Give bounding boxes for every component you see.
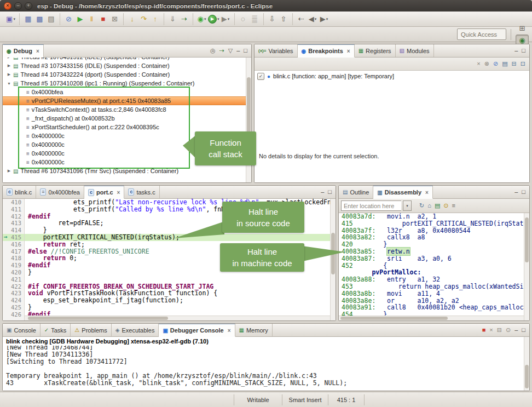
maximize-icon[interactable]: □ xyxy=(328,189,332,195)
close-tab-icon[interactable]: × xyxy=(347,48,350,54)
editor-horizontal-scrollbar[interactable] xyxy=(25,316,330,320)
twisty-icon[interactable]: ▶ xyxy=(6,169,12,173)
terminate-console-icon[interactable]: ■ xyxy=(482,327,486,333)
line-number[interactable]: 413 xyxy=(3,220,24,227)
suspend-button[interactable]: ‖ xyxy=(86,14,97,25)
dropdown-arrow-icon[interactable]: ▾ xyxy=(315,17,317,21)
minimize-icon[interactable]: – xyxy=(321,189,324,195)
twisty-icon[interactable]: ▶ xyxy=(6,64,12,68)
step-return-button[interactable]: ↑ xyxy=(150,14,160,25)
close-tab-icon[interactable]: × xyxy=(36,48,39,54)
minimize-icon[interactable]: – xyxy=(236,48,240,54)
maximize-icon[interactable]: □ xyxy=(522,327,525,333)
stack-frame-row[interactable]: ≡vTaskSwitchContext() at tasks.c:2,846 0… xyxy=(3,105,251,114)
editor-tab-0x4000bfea[interactable]: ≡0x4000bfea xyxy=(36,186,84,198)
mark-occurrences-button[interactable]: ▒ xyxy=(250,14,260,25)
console-tab-tasks[interactable]: ✓Tasks xyxy=(41,324,71,336)
skip-all-breakpoints-button[interactable]: ⊘ xyxy=(63,14,74,25)
line-number[interactable]: 420 xyxy=(3,269,24,276)
dropdown-arrow-icon[interactable]: ▾ xyxy=(13,17,15,21)
quick-access-input[interactable]: Quick Access xyxy=(457,28,506,40)
line-number[interactable]: 416 xyxy=(3,241,24,248)
line-number[interactable]: 425 xyxy=(3,304,24,311)
console-vertical-scrollbar[interactable] xyxy=(524,337,529,391)
thread-row[interactable]: ▶▤Thread #3 1073433156 (IDLE) (Suspended… xyxy=(3,61,251,70)
breakpoint-checkbox[interactable]: ✓ xyxy=(257,73,264,80)
console-tab-console[interactable]: ▣Console xyxy=(3,324,41,336)
next-annotation-button[interactable]: ⇩ xyxy=(267,14,277,25)
view-tab-registers[interactable]: ▦Registers xyxy=(355,44,396,57)
scrollbar-thumb[interactable] xyxy=(525,365,529,388)
previous-annotation-button[interactable]: ⇧ xyxy=(279,14,289,25)
last-edit-location-button[interactable]: ⇠ xyxy=(296,14,307,25)
view-tab-outline[interactable]: ▤Outline xyxy=(339,186,373,198)
line-number[interactable]: 417 xyxy=(3,248,24,255)
dropdown-arrow-icon[interactable]: ▾ xyxy=(204,17,206,21)
disconnect-button[interactable]: ⊠ xyxy=(109,14,120,25)
line-number[interactable]: 426 xyxy=(3,311,24,318)
debug-button[interactable]: ◉▾ xyxy=(196,14,207,25)
editor-vertical-scrollbar[interactable] xyxy=(330,199,336,320)
close-tab-icon[interactable]: × xyxy=(228,328,231,334)
disassembly-horizontal-scrollbar[interactable] xyxy=(339,316,524,320)
terminate-button[interactable]: ■ xyxy=(98,14,108,25)
step-into-button[interactable]: ↓ xyxy=(127,14,137,25)
thread-row[interactable]: ▼▤Thread #5 1073410208 (ipc1 : Running) … xyxy=(3,79,251,88)
view-tab-modules[interactable]: ▧Modules xyxy=(396,44,434,57)
search-button[interactable]: ◌ xyxy=(238,14,248,25)
link-with-debug-view-icon[interactable]: ⊡ xyxy=(521,61,525,67)
stack-frame-row[interactable]: ≡xPortStartScheduler() at port.c:222 0x4… xyxy=(3,123,251,131)
scroll-lock-icon[interactable]: ⊙ xyxy=(506,327,511,333)
resume-button[interactable]: ▶ xyxy=(75,14,85,25)
line-number[interactable]: →415 xyxy=(3,234,24,241)
minimize-icon[interactable]: – xyxy=(514,48,518,54)
line-number[interactable]: 422 xyxy=(3,283,24,290)
code-line[interactable]: } xyxy=(28,304,336,311)
debug-tab-debug[interactable]: ◉Debug× xyxy=(3,44,44,58)
line-number[interactable]: 410 xyxy=(3,199,24,206)
editor-line-number-gutter[interactable]: 410411412413414→415416417418419420421422… xyxy=(3,199,25,320)
open-perspective-button[interactable]: ⊞ xyxy=(516,22,529,35)
show-source-icon[interactable]: ▤ xyxy=(435,203,440,209)
dropdown-arrow-icon[interactable]: ▾ xyxy=(326,17,328,21)
dropdown-arrow-icon[interactable]: ▾ xyxy=(217,17,219,21)
console-tab-executables[interactable]: ◈Executables xyxy=(112,324,159,336)
editor-tab-port-c[interactable]: cport.c× xyxy=(84,186,124,199)
show-breakpoints-for-selection-icon[interactable]: ⊘ xyxy=(493,61,498,67)
drop-to-frame-button[interactable]: ⇓ xyxy=(167,14,178,25)
view-tab-disassembly[interactable]: ▥Disassembly× xyxy=(373,186,433,199)
run-button[interactable]: ▶▾ xyxy=(208,14,219,25)
line-number[interactable]: 424 xyxy=(3,297,24,304)
window-maximize-button[interactable]: + xyxy=(25,2,32,10)
console-tab-problems[interactable]: ⚠Problems xyxy=(71,324,111,336)
refresh-icon[interactable]: ↻ xyxy=(419,203,424,209)
line-number[interactable]: 419 xyxy=(3,262,24,269)
thread-row[interactable]: ▶▤Thread #4 1073432224 (dport) (Suspende… xyxy=(3,70,251,79)
console-output[interactable]: [New Thread 1073468744][New Thread 10734… xyxy=(3,346,529,391)
editor-tab-blink-c[interactable]: cblink.c xyxy=(3,186,36,198)
maximize-icon[interactable]: □ xyxy=(522,189,525,195)
console-tab-memory[interactable]: ▦Memory xyxy=(235,324,273,336)
line-number[interactable]: 411 xyxy=(3,206,24,213)
twisty-icon[interactable]: ▶ xyxy=(6,72,12,77)
view-tab-variables[interactable]: (x)=Variables xyxy=(255,44,298,57)
remove-launch-icon[interactable]: × xyxy=(489,327,493,333)
twisty-icon[interactable]: ▼ xyxy=(6,82,12,85)
dropdown-arrow-icon[interactable]: ▾ xyxy=(228,17,230,21)
back-button[interactable]: ◀▾ xyxy=(308,14,318,25)
step-over-button[interactable]: ↷ xyxy=(138,14,149,25)
stack-frame-row[interactable]: ≡0x4000bfea xyxy=(3,88,251,96)
new-button[interactable]: ▣▾ xyxy=(5,14,16,25)
save-all-button[interactable]: ▩ xyxy=(34,14,45,25)
disassembly-listing[interactable]: 40083a7d: movi.n a2, 1415 portEXIT_CRITI… xyxy=(339,213,529,320)
breakpoints-list[interactable]: ✓ ● blink.c [function: app_main] [type: … xyxy=(255,71,529,182)
line-number[interactable]: 418 xyxy=(3,255,24,262)
minimize-icon[interactable]: – xyxy=(514,189,518,195)
twisty-icon[interactable]: ▶ xyxy=(6,58,12,59)
collapse-all-icon[interactable]: ⊟ xyxy=(512,61,517,67)
window-minimize-button[interactable]: – xyxy=(14,2,22,10)
track-expression-icon[interactable]: ⊙ xyxy=(443,203,448,209)
remove-breakpoint-icon[interactable]: × xyxy=(477,61,480,67)
line-number[interactable]: 423 xyxy=(3,290,24,297)
external-tools-button[interactable]: ▶▾ xyxy=(221,14,231,25)
